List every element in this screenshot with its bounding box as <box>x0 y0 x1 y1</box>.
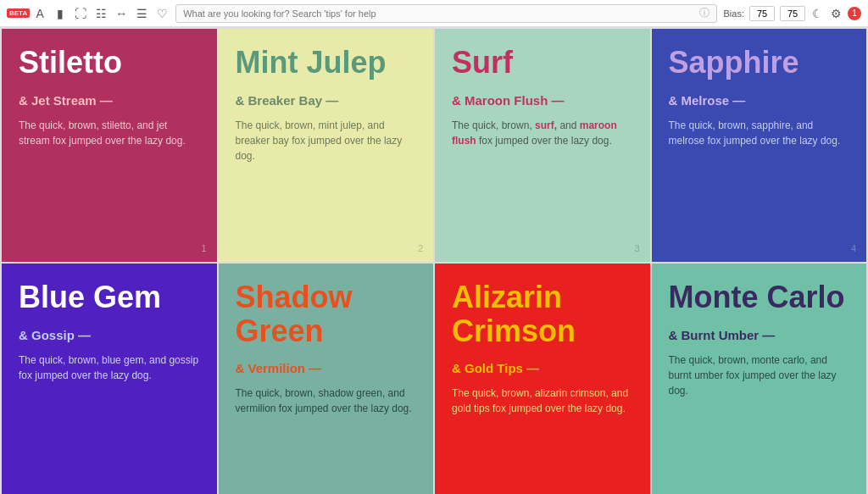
card-number: 4 <box>851 243 856 253</box>
card-number: 2 <box>418 243 423 253</box>
card-monte-carlo[interactable]: Monte Carlo & Burnt Umber — The quick, b… <box>652 264 867 494</box>
body-mid: and <box>557 119 580 131</box>
sidebar-icon[interactable]: ▮ <box>53 7 67 20</box>
notification-icon[interactable]: 1 <box>848 7 861 20</box>
list-icon[interactable]: ☰ <box>135 7 148 20</box>
card-title: Monte Carlo <box>669 280 850 314</box>
search-bar[interactable]: ⓘ <box>175 4 716 23</box>
card-alizarin-crimson[interactable]: Alizarin Crimson & Gold Tips — The quick… <box>435 264 650 494</box>
search-input[interactable] <box>183 8 698 19</box>
beta-badge: BETA <box>7 8 30 18</box>
font-icon[interactable]: A <box>33 7 47 20</box>
card-body: The quick, brown, sapphire, and melrose … <box>669 118 850 148</box>
card-title: Blue Gem <box>19 280 200 314</box>
highlight-surf: surf, <box>535 119 557 131</box>
card-sapphire[interactable]: Sapphire & Melrose — The quick, brown, s… <box>652 29 867 262</box>
image-icon[interactable]: ⛶ <box>74 7 87 20</box>
heart-icon[interactable]: ♡ <box>155 7 169 20</box>
card-subtitle: & Melrose — <box>669 93 850 108</box>
card-subtitle: & Burnt Umber — <box>669 328 850 342</box>
card-body: The quick, brown, stiletto, and jet stre… <box>19 118 200 148</box>
card-surf[interactable]: Surf & Maroon Flush — The quick, brown, … <box>435 29 650 262</box>
logo: BETA A <box>7 7 47 20</box>
card-body: The quick, brown, monte carlo, and burnt… <box>669 352 850 398</box>
card-title: Mint Julep <box>236 46 417 80</box>
card-number: 3 <box>634 243 639 253</box>
card-body: The quick, brown, mint julep, and breake… <box>236 118 417 164</box>
body-pre: The quick, brown, <box>452 119 535 131</box>
card-subtitle: & Gold Tips — <box>452 361 633 375</box>
card-title: Shadow Green <box>236 280 417 347</box>
bias-input-1[interactable] <box>749 6 775 21</box>
card-subtitle: & Breaker Bay — <box>236 93 417 108</box>
card-title: Alizarin Crimson <box>452 280 633 347</box>
settings-icon[interactable]: ⚙ <box>829 7 843 20</box>
moon-icon[interactable]: ☾ <box>810 7 824 20</box>
bias-input-2[interactable] <box>780 6 805 21</box>
card-body: The quick, brown, blue gem, and gossip f… <box>19 352 200 383</box>
card-title: Stiletto <box>19 46 200 80</box>
card-subtitle: & Vermilion — <box>236 361 417 375</box>
card-stiletto[interactable]: Stiletto & Jet Stream — The quick, brown… <box>2 29 217 262</box>
info-icon: ⓘ <box>699 6 709 20</box>
card-subtitle: & Gossip — <box>19 328 200 342</box>
bias-label: Bias: <box>724 8 744 19</box>
card-blue-gem[interactable]: Blue Gem & Gossip — The quick, brown, bl… <box>2 264 217 494</box>
card-subtitle: & Jet Stream — <box>19 93 200 108</box>
compare-icon[interactable]: ↔ <box>114 7 128 20</box>
card-mint-julep[interactable]: Mint Julep & Breaker Bay — The quick, br… <box>219 29 434 262</box>
body-post: fox jumped over the lazy dog. <box>476 135 612 147</box>
card-grid: Stiletto & Jet Stream — The quick, brown… <box>0 27 868 494</box>
toolbar-right: Bias: ☾ ⚙ 1 <box>724 6 861 21</box>
card-body: The quick, brown, surf, and maroon flush… <box>452 118 633 148</box>
card-shadow-green[interactable]: Shadow Green & Vermilion — The quick, br… <box>219 264 434 494</box>
card-subtitle: & Maroon Flush — <box>452 93 633 108</box>
card-number: 1 <box>201 243 206 253</box>
card-body: The quick, brown, shadow green, and verm… <box>236 386 417 416</box>
card-title: Sapphire <box>669 46 850 80</box>
card-body: The quick, brown, alizarin crimson, and … <box>452 386 633 416</box>
toolbar: BETA A ▮ ⛶ ☷ ↔ ☰ ♡ ⓘ Bias: ☾ ⚙ 1 <box>0 0 868 27</box>
card-title: Surf <box>452 46 633 80</box>
grid-icon[interactable]: ☷ <box>94 7 108 20</box>
